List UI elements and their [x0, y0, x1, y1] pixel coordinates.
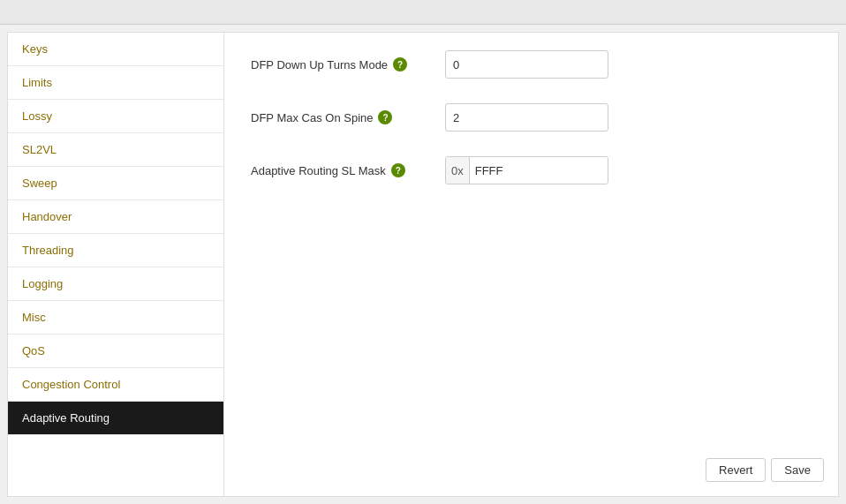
- app-wrapper: Keys Limits Lossy SL2VL Sweep Handover T…: [0, 0, 846, 504]
- sidebar-item-lossy[interactable]: Lossy: [8, 100, 223, 133]
- sidebar-item-label: Logging: [22, 277, 63, 290]
- sidebar-item-sweep[interactable]: Sweep: [8, 167, 223, 200]
- adaptive-routing-sl-mask-row: Adaptive Routing SL Mask ? 0x: [251, 156, 812, 184]
- sidebar-item-limits[interactable]: Limits: [8, 66, 223, 100]
- sidebar-item-qos[interactable]: QoS: [8, 335, 223, 368]
- dfp-down-up-turns-mode-label: DFP Down Up Turns Mode ?: [251, 57, 445, 71]
- dfp-down-up-turns-mode-help-icon[interactable]: ?: [393, 57, 407, 71]
- sidebar-item-label: Lossy: [22, 109, 52, 123]
- sidebar-item-label: Sweep: [22, 177, 57, 190]
- footer-buttons: Revert Save: [706, 458, 824, 482]
- sidebar-item-adaptive-routing[interactable]: Adaptive Routing: [8, 402, 223, 435]
- sidebar-item-label: SL2VL: [22, 143, 57, 156]
- sidebar-item-label: Threading: [22, 244, 74, 257]
- sidebar-item-logging[interactable]: Logging: [8, 267, 223, 301]
- dfp-down-up-turns-mode-row: DFP Down Up Turns Mode ?: [251, 50, 812, 79]
- sidebar-item-sl2vl[interactable]: SL2VL: [8, 133, 223, 167]
- sidebar-item-label: Limits: [22, 76, 52, 89]
- sidebar: Keys Limits Lossy SL2VL Sweep Handover T…: [8, 33, 224, 496]
- sidebar-item-threading[interactable]: Threading: [8, 234, 223, 267]
- top-bar: [0, 0, 846, 25]
- dfp-down-up-turns-mode-input[interactable]: [445, 50, 608, 79]
- hex-input-wrapper: 0x: [445, 156, 608, 184]
- hex-prefix: 0x: [446, 157, 470, 184]
- dfp-max-cas-on-spine-row: DFP Max Cas On Spine ?: [251, 103, 812, 132]
- adaptive-routing-sl-mask-input[interactable]: [470, 157, 608, 184]
- sidebar-item-congestion-control[interactable]: Congestion Control: [8, 368, 223, 402]
- sidebar-item-label: Handover: [22, 210, 72, 223]
- sidebar-item-label: Congestion Control: [22, 378, 120, 391]
- dfp-max-cas-on-spine-label: DFP Max Cas On Spine ?: [251, 110, 445, 124]
- dfp-max-cas-on-spine-help-icon[interactable]: ?: [378, 110, 392, 124]
- adaptive-routing-sl-mask-help-icon[interactable]: ?: [391, 163, 405, 177]
- content-area: DFP Down Up Turns Mode ? DFP Max Cas On …: [224, 33, 838, 496]
- sidebar-item-label: Misc: [22, 311, 46, 324]
- adaptive-routing-sl-mask-label: Adaptive Routing SL Mask ?: [251, 163, 445, 177]
- sidebar-item-label: Adaptive Routing: [22, 411, 110, 425]
- sidebar-item-misc[interactable]: Misc: [8, 301, 223, 335]
- save-button[interactable]: Save: [771, 458, 824, 482]
- sidebar-item-label: QoS: [22, 344, 45, 357]
- dfp-max-cas-on-spine-input[interactable]: [445, 103, 608, 132]
- sidebar-item-label: Keys: [22, 42, 48, 56]
- main-area: Keys Limits Lossy SL2VL Sweep Handover T…: [7, 32, 839, 497]
- sidebar-item-keys[interactable]: Keys: [8, 33, 223, 66]
- sidebar-item-handover[interactable]: Handover: [8, 200, 223, 234]
- revert-button[interactable]: Revert: [706, 458, 766, 482]
